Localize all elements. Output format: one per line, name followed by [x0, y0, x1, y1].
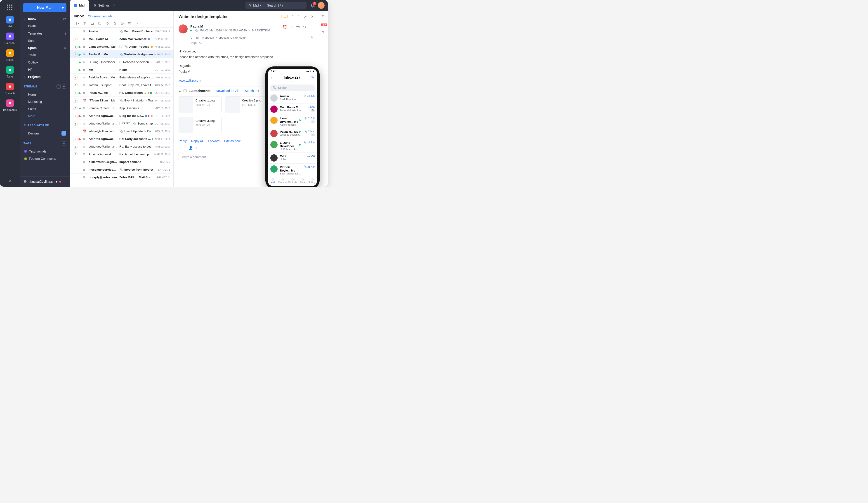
tab-settings[interactable]: ⚙Settings✕	[89, 0, 120, 11]
folder-trash[interactable]: Trash	[20, 52, 70, 59]
attachment-card[interactable]: Creative 1.png20.3 KB🏷	[178, 96, 221, 113]
attachment-tag-icon[interactable]: 🏷	[207, 124, 210, 127]
folder-projects[interactable]: ›Projects	[20, 73, 70, 81]
stream-home[interactable]: Home	[20, 91, 70, 98]
notifications-button[interactable]: 2	[311, 3, 315, 8]
folder-sent[interactable]: Sent	[20, 37, 70, 44]
invite-icon[interactable]: 👤	[189, 146, 193, 149]
close-tab-button[interactable]: ✕	[113, 4, 115, 7]
email-row[interactable]: 2 ▶ ✉ Paula M... Me Re. Comparison ... J…	[70, 89, 173, 97]
phone-email-row[interactable]: Paula M... Me ▶Website design templates …	[268, 128, 317, 139]
account-switcher[interactable]: @ rebecca@zylker.c… ▾	[20, 177, 70, 187]
user-avatar[interactable]	[318, 2, 324, 9]
email-row[interactable]: ▶ ✉ Austin 📎 Fwd: Beautiful locati... WE…	[70, 28, 173, 35]
prev-message-button[interactable]: ˄	[292, 14, 294, 19]
help-icon[interactable]: ?	[322, 31, 324, 35]
flag-icon[interactable]: ▶	[79, 176, 82, 179]
search-box[interactable]: Mail ▾ Search ( / )	[246, 2, 307, 9]
rail-item-mail[interactable]: Mail	[2, 13, 18, 30]
download-zip-link[interactable]: Download as Zip	[216, 89, 239, 93]
flag-icon[interactable]: ▶	[190, 29, 192, 32]
like-icon[interactable]: ♡	[178, 146, 182, 149]
phone-expand-icon[interactable]: ⌄	[268, 80, 317, 83]
flag-icon[interactable]: ▶	[79, 76, 82, 79]
flag-icon[interactable]: ▶	[79, 68, 82, 72]
flag-icon[interactable]: ▶	[79, 153, 82, 156]
folder-drafts[interactable]: Drafts	[20, 23, 70, 30]
more-actions-icon[interactable]: ⋯	[309, 25, 313, 29]
app-launcher-icon[interactable]	[7, 4, 13, 10]
flag-icon[interactable]: ▶	[79, 114, 82, 118]
email-row[interactable]: ▶ ✉ noreply@zoho.com Zoho MAIL :: Mail F…	[70, 174, 173, 181]
edit-as-new-link[interactable]: Edit as new	[224, 139, 240, 143]
tag-icon[interactable]	[105, 22, 109, 25]
open-new-window-button[interactable]: ↗	[304, 14, 307, 19]
add-tag-icon[interactable]: 🏷	[199, 41, 202, 44]
flag-icon[interactable]: ▶	[79, 129, 82, 133]
flag-icon[interactable]: ▶	[79, 37, 82, 41]
flag-icon[interactable]: ▶	[79, 30, 82, 33]
collapse-rail-button[interactable]	[8, 179, 12, 183]
share-icon[interactable]: ⧉	[311, 36, 313, 39]
flag-icon[interactable]: ▶	[79, 91, 82, 95]
phone-email-row[interactable]: Me... Paula MZoho Mail Webinar 7 Sep5	[268, 104, 317, 115]
phone-email-row[interactable]: AustinFwd: Beautiful Locations 📎 12 Jun	[268, 93, 317, 104]
reply-all-link[interactable]: Reply All	[191, 139, 204, 143]
search-scope[interactable]: Mail ▾	[253, 4, 264, 7]
close-message-button[interactable]: ✕	[311, 14, 314, 19]
archive-icon[interactable]	[91, 22, 94, 25]
email-row[interactable]: 2 ▶ 📅 ITTeam Zillum... Me 📎 Event Invita…	[70, 97, 173, 104]
select-all-checkbox[interactable]	[74, 22, 76, 25]
email-row[interactable]: 2 ▶ ✉ eduardov@zillum.c... Re: Early acc…	[70, 143, 173, 150]
folder-spam[interactable]: Spam6	[20, 44, 70, 52]
phone-email-row[interactable]: Patricia Boyle... MeBeta release for app…	[268, 164, 317, 175]
conversation-icon[interactable]: ⟦…⟧	[281, 14, 288, 19]
folder-outbox[interactable]: Outbox	[20, 59, 70, 66]
attachment-card[interactable]: Creative 3.png20.3 KB🏷	[178, 117, 221, 133]
phone-tab-calendar[interactable]: ▢Calendar	[278, 175, 288, 186]
email-row[interactable]: ▶ ✉ Li Jung - Developer Hi Rebecca Ander…	[70, 58, 173, 66]
tab-mail[interactable]: Mail	[70, 0, 89, 11]
expand-recipients-icon[interactable]: ⌄	[190, 36, 193, 39]
shared-designs[interactable]: Designs	[20, 129, 70, 137]
flag-icon[interactable]: ▶	[79, 53, 82, 56]
next-message-button[interactable]: ˅	[298, 14, 300, 19]
reply-all-icon[interactable]: ⮪	[296, 25, 300, 29]
chevron-down-icon[interactable]: ▾	[78, 22, 79, 25]
new-mail-button[interactable]: New Mail ▾	[23, 3, 66, 12]
settings-gear-icon[interactable]: ⚙	[321, 14, 324, 18]
phone-tab-files[interactable]: ▢Files	[298, 175, 307, 186]
reply-link[interactable]: Reply	[178, 139, 187, 143]
email-row[interactable]: ▶ ✉ message-service@... 📎 Invoice from I…	[70, 166, 173, 174]
filter-icon[interactable]	[83, 22, 86, 25]
email-row[interactable]: 3 ▶ ✉ eduardov@zillum.c... 1 DRAFT 📎 Som…	[70, 120, 173, 127]
tags-add-icon[interactable]: +	[62, 142, 66, 146]
flag-icon[interactable]: ▶	[79, 160, 82, 164]
rail-item-tasks[interactable]: Tasks	[2, 64, 18, 81]
folder-icon[interactable]	[98, 22, 102, 25]
stream-more-[interactable]: More ..	[20, 113, 70, 120]
phone-email-row[interactable]: Me ▶Hello ! 10 Oct	[268, 153, 317, 164]
flag-icon[interactable]: ▶	[79, 145, 82, 148]
email-row[interactable]: 5 ▶ ✉ Me... Paula M Zoho Mail Webinar SE…	[70, 35, 173, 43]
expand-attachments-icon[interactable]: ⌄	[178, 89, 181, 93]
email-row[interactable]: 5 ▶ ✉ Amritha Agrawal... Re: Early acces…	[70, 135, 173, 143]
stream-marketing[interactable]: Marketing	[20, 98, 70, 105]
email-row[interactable]: ▶ ✉ olilienwuaru@gmai... Import demand F…	[70, 158, 173, 166]
streams-sort-icon[interactable]: ⇅	[56, 84, 61, 88]
email-row[interactable]: ▶ ✉ Me Hello ! OCT 10, 2017	[70, 66, 173, 74]
forward-link[interactable]: Forward	[208, 139, 219, 143]
tag-feature-comments[interactable]: Feature Comments	[20, 155, 70, 162]
stream-sales[interactable]: Sales	[20, 105, 70, 113]
email-row[interactable]: 1 ▶ ✉ Paula M... Me 📎 Website design tem…	[70, 51, 173, 58]
email-row[interactable]: 6 ▶ ✉ Amritha Agrawal... Blog for the Be…	[70, 112, 173, 120]
flag-icon[interactable]: ▶	[79, 106, 82, 110]
email-row[interactable]: 3 ▶ ✉ Amritha Agrawal... Re: About the d…	[70, 150, 173, 158]
remind-icon[interactable]: ⏰	[282, 25, 287, 29]
rail-item-calendar[interactable]: Calendar	[2, 30, 18, 47]
folder-templates[interactable]: Templates3	[20, 30, 70, 37]
email-row[interactable]: 3 ▶ ✉ Patricia Boyle... Me Beta release …	[70, 74, 173, 81]
email-row[interactable]: 3 ▶ ✉ Zombie Cutters... le... App Discou…	[70, 104, 173, 112]
phone-tab-settings[interactable]: ▢Settings	[307, 175, 317, 186]
reply-icon[interactable]: ↩	[290, 25, 293, 29]
